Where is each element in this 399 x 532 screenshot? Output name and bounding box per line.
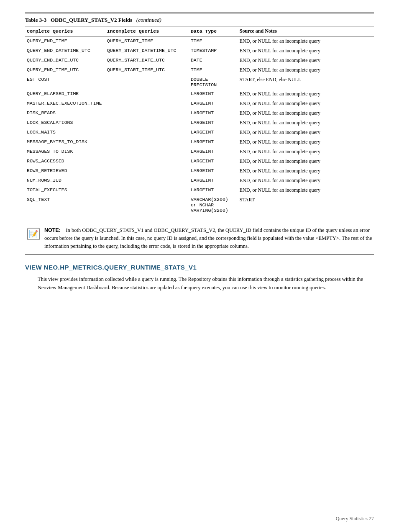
cell-incomplete [105, 166, 189, 176]
cell-notes: END, or NULL for an incomplete query [238, 176, 374, 185]
table-title: Table 3-3 ODBC_QUERY_STATS_V2 Fields (co… [25, 13, 374, 23]
cell-notes: END, or NULL for an incomplete query [238, 56, 374, 65]
section-body: This view provides information collected… [38, 275, 374, 292]
cell-notes: START, else END, else NULL [238, 75, 374, 89]
table-row: MESSAGE_BYTES_TO_DISKLARGEINTEND, or NUL… [25, 137, 374, 147]
cell-notes: END, or NULL for an incomplete query [238, 128, 374, 137]
table-name: ODBC_QUERY_STATS_V2 Fields [51, 17, 132, 23]
cell-datatype: LARGEINT [189, 185, 238, 195]
note-box: 📝 NOTE: In both ODBC_QUERY_STATS_V1 and … [25, 222, 374, 254]
cell-datatype: LARGEINT [189, 118, 238, 128]
svg-text:📝: 📝 [29, 229, 38, 239]
cell-notes: END, or NULL for an incomplete query [238, 36, 374, 46]
table-row: LOCK_ESCALATIONSLARGEINTEND, or NULL for… [25, 118, 374, 128]
cell-incomplete [105, 128, 189, 137]
table-row: NUM_ROWS_IUDLARGEINTEND, or NULL for an … [25, 176, 374, 185]
cell-complete: EST_COST [25, 75, 105, 89]
cell-notes: END, or NULL for an incomplete query [238, 89, 374, 99]
cell-complete: QUERY_ELAPSED_TIME [25, 89, 105, 99]
cell-notes: END, or NULL for an incomplete query [238, 185, 374, 195]
col-header-notes: Source and Notes [238, 26, 374, 36]
cell-datatype: LARGEINT [189, 99, 238, 108]
cell-complete: QUERY_END_DATETIME_UTC [25, 46, 105, 56]
cell-incomplete [105, 157, 189, 166]
col-header-complete: Complete Queries [25, 26, 105, 36]
cell-incomplete [105, 108, 189, 118]
cell-datatype: LARGEINT [189, 147, 238, 157]
cell-datatype: VARCHAR(3200) or NCHAR VARYING(3200) [189, 195, 238, 215]
cell-incomplete: QUERY_START_DATE_UTC [105, 56, 189, 65]
cell-complete: QUERY_END_TIME [25, 36, 105, 46]
cell-notes: END, or NULL for an incomplete query [238, 137, 374, 147]
table-header-row: Complete Queries Incomplete Queries Data… [25, 26, 374, 36]
cell-datatype: LARGEINT [189, 128, 238, 137]
cell-incomplete [105, 185, 189, 195]
cell-complete: MESSAGE_BYTES_TO_DISK [25, 137, 105, 147]
cell-complete: ROWS_RETRIEVED [25, 166, 105, 176]
note-label: NOTE: [44, 227, 61, 233]
cell-datatype: LARGEINT [189, 137, 238, 147]
page-footer: Query Statistics 27 [336, 516, 374, 522]
section-heading: VIEW NEO.HP_METRICS.QUERY_RUNTIME_STATS_… [25, 264, 374, 271]
cell-incomplete [105, 89, 189, 99]
cell-notes: END, or NULL for an incomplete query [238, 147, 374, 157]
cell-datatype: DOUBLE PRECISION [189, 75, 238, 89]
cell-incomplete [105, 147, 189, 157]
note-icon: 📝 [27, 227, 40, 250]
col-header-datatype: Data Type [189, 26, 238, 36]
cell-notes: END, or NULL for an incomplete query [238, 99, 374, 108]
cell-notes: END, or NULL for an incomplete query [238, 166, 374, 176]
table-row: SQL_TEXTVARCHAR(3200) or NCHAR VARYING(3… [25, 195, 374, 215]
cell-complete: MASTER_EXEC_EXECUTION_TIME [25, 99, 105, 108]
cell-datatype: LARGEINT [189, 89, 238, 99]
cell-notes: END, or NULL for an incomplete query [238, 65, 374, 75]
cell-incomplete: QUERY_START_TIME [105, 36, 189, 46]
table-row: ROWS_RETRIEVEDLARGEINTEND, or NULL for a… [25, 166, 374, 176]
table-label: Table 3-3 [25, 17, 46, 23]
cell-complete: TOTAL_EXECUTES [25, 185, 105, 195]
cell-datatype: TIME [189, 36, 238, 46]
cell-complete: LOCK_ESCALATIONS [25, 118, 105, 128]
table-row: QUERY_ELAPSED_TIMELARGEINTEND, or NULL f… [25, 89, 374, 99]
cell-notes: END, or NULL for an incomplete query [238, 46, 374, 56]
table-row: TOTAL_EXECUTESLARGEINTEND, or NULL for a… [25, 185, 374, 195]
cell-complete: QUERY_END_TIME_UTC [25, 65, 105, 75]
cell-datatype: DATE [189, 56, 238, 65]
cell-datatype: LARGEINT [189, 166, 238, 176]
table-row: QUERY_END_TIME_UTCQUERY_START_TIME_UTCTI… [25, 65, 374, 75]
col-header-incomplete: Incomplete Queries [105, 26, 189, 36]
cell-datatype: LARGEINT [189, 108, 238, 118]
cell-datatype: TIMESTAMP [189, 46, 238, 56]
cell-incomplete [105, 118, 189, 128]
cell-incomplete [105, 137, 189, 147]
cell-datatype: LARGEINT [189, 176, 238, 185]
cell-complete: SQL_TEXT [25, 195, 105, 215]
cell-datatype: LARGEINT [189, 157, 238, 166]
cell-incomplete [105, 75, 189, 89]
cell-complete: ROWS_ACCESSED [25, 157, 105, 166]
table-row: MESSAGES_TO_DISKLARGEINTEND, or NULL for… [25, 147, 374, 157]
table-row: MASTER_EXEC_EXECUTION_TIMELARGEINTEND, o… [25, 99, 374, 108]
note-content: NOTE: In both ODBC_QUERY_STATS_V1 and OD… [44, 226, 372, 250]
cell-complete: NUM_ROWS_IUD [25, 176, 105, 185]
cell-incomplete [105, 176, 189, 185]
cell-complete: LOCK_WAITS [25, 128, 105, 137]
cell-incomplete [105, 99, 189, 108]
table-row: QUERY_END_DATETIME_UTCQUERY_START_DATETI… [25, 46, 374, 56]
cell-incomplete [105, 195, 189, 215]
table-row: ROWS_ACCESSEDLARGEINTEND, or NULL for an… [25, 157, 374, 166]
cell-notes: END, or NULL for an incomplete query [238, 157, 374, 166]
cell-complete: MESSAGES_TO_DISK [25, 147, 105, 157]
cell-notes: END, or NULL for an incomplete query [238, 108, 374, 118]
cell-notes: START [238, 195, 374, 215]
cell-incomplete: QUERY_START_DATETIME_UTC [105, 46, 189, 56]
table-row: LOCK_WAITSLARGEINTEND, or NULL for an in… [25, 128, 374, 137]
note-text: In both ODBC_QUERY_STATS_V1 and ODBC_QUE… [44, 227, 372, 249]
cell-datatype: TIME [189, 65, 238, 75]
table-continued: (continued) [136, 17, 161, 23]
table-row: EST_COSTDOUBLE PRECISIONSTART, else END,… [25, 75, 374, 89]
main-table: Complete Queries Incomplete Queries Data… [25, 26, 374, 215]
table-row: QUERY_END_TIMEQUERY_START_TIMETIMEEND, o… [25, 36, 374, 46]
table-row: DISK_READSLARGEINTEND, or NULL for an in… [25, 108, 374, 118]
cell-incomplete: QUERY_START_TIME_UTC [105, 65, 189, 75]
